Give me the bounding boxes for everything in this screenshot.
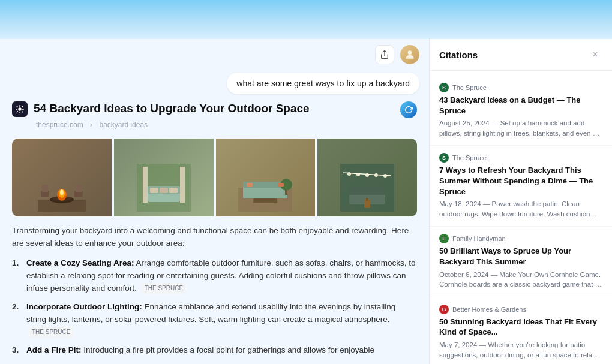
main-area: what are some great ways to fix up a bac… — [0, 39, 612, 364]
close-citations-button[interactable]: × — [588, 47, 602, 62]
svg-rect-19 — [160, 188, 168, 193]
svg-rect-39 — [366, 198, 368, 201]
citations-title: Citations — [439, 50, 478, 60]
list-item: 1. Create a Cozy Seating Area: Arrange c… — [12, 257, 417, 295]
ai-icon — [12, 101, 28, 117]
svg-rect-28 — [278, 183, 284, 187]
chat-header — [0, 39, 429, 70]
article-header: 54 Backyard Ideas to Upgrade Your Outdoo… — [34, 101, 417, 118]
citation-item-3[interactable]: F Family Handyman 50 Brilliant Ways to S… — [430, 227, 612, 297]
share-button[interactable] — [375, 45, 394, 64]
svg-rect-38 — [364, 200, 370, 208]
svg-point-35 — [383, 174, 387, 178]
citation-title-3: 50 Brilliant Ways to Spruce Up Your Back… — [439, 246, 602, 267]
citation-source-2: The Spruce — [452, 154, 487, 161]
citation-favicon-2: S — [439, 153, 449, 163]
backyard-image-2 — [114, 139, 214, 216]
article-title: 54 Backyard Ideas to Upgrade Your Outdoo… — [34, 101, 394, 116]
user-message: what are some great ways to fix up a bac… — [227, 73, 419, 94]
backyard-image-1 — [12, 139, 112, 216]
citation-excerpt-3: October 6, 2024 — Make Your Own Cornhole… — [439, 270, 602, 290]
svg-point-2 — [18, 107, 21, 110]
avatar[interactable] — [400, 45, 419, 64]
svg-rect-27 — [247, 183, 253, 187]
citation-title-4: 50 Stunning Backyard Ideas That Fit Ever… — [439, 317, 602, 338]
svg-point-8 — [60, 189, 64, 195]
svg-rect-10 — [42, 185, 48, 192]
svg-rect-15 — [180, 167, 185, 203]
left-panel: what are some great ways to fix up a bac… — [0, 39, 429, 364]
citation-excerpt-2: May 18, 2024 — Power wash the patio. Cle… — [439, 199, 602, 219]
list-item: 2. Incorporate Outdoor Lighting: Enhance… — [12, 301, 417, 339]
svg-rect-14 — [143, 167, 148, 203]
citation-title-2: 7 Ways to Refresh Your Backyard This Sum… — [439, 165, 602, 197]
svg-rect-18 — [150, 188, 158, 193]
citation-item-1[interactable]: S The Spruce 43 Backyard Ideas on a Budg… — [430, 76, 612, 146]
user-message-wrapper: what are some great ways to fix up a bac… — [0, 70, 429, 101]
svg-rect-20 — [169, 188, 178, 193]
source-tag-2: THE SPRUCE — [29, 327, 73, 338]
svg-point-31 — [347, 172, 351, 176]
citation-excerpt-1: August 25, 2024 — Set up a hammock and a… — [439, 118, 602, 138]
citation-item-2[interactable]: S The Spruce 7 Ways to Refresh Your Back… — [430, 146, 612, 227]
citations-panel: Citations × S The Spruce 43 Backyard Ide… — [429, 39, 612, 364]
svg-rect-22 — [243, 186, 287, 198]
top-bar — [0, 0, 612, 39]
svg-point-32 — [356, 173, 360, 176]
svg-rect-26 — [285, 190, 287, 195]
backyard-image-4 — [317, 139, 417, 216]
svg-rect-12 — [76, 185, 82, 192]
citation-source-4: Better Homes & Gardens — [452, 306, 526, 313]
svg-point-33 — [365, 173, 369, 177]
svg-rect-16 — [148, 192, 180, 202]
citation-favicon-1: S — [439, 83, 449, 92]
article-list: 1. Create a Cozy Seating Area: Arrange c… — [12, 257, 417, 357]
citation-title-1: 43 Backyard Ideas on a Budget — The Spru… — [439, 95, 602, 116]
citation-favicon-3: F — [439, 234, 449, 243]
citation-source-1: The Spruce — [452, 84, 487, 91]
article-intro: Transforming your backyard into a welcom… — [12, 225, 417, 250]
source-tag-1: THE SPRUCE — [142, 283, 186, 294]
citation-favicon-4: B — [439, 305, 449, 314]
citation-source-3: Family Handyman — [452, 235, 506, 242]
citation-item-4[interactable]: B Better Homes & Gardens 50 Stunning Bac… — [430, 297, 612, 364]
citations-list: S The Spruce 43 Backyard Ideas on a Budg… — [430, 71, 612, 364]
svg-point-1 — [408, 50, 412, 55]
list-item: 3. Add a Fire Pit: Introducing a fire pi… — [12, 344, 417, 357]
content-scroll: 54 Backyard Ideas to Upgrade Your Outdoo… — [0, 101, 429, 364]
svg-rect-24 — [253, 198, 277, 203]
svg-point-34 — [374, 173, 378, 177]
image-grid — [12, 139, 417, 216]
citation-excerpt-4: May 7, 2024 — Whether you're looking for… — [439, 340, 602, 360]
article-source[interactable]: thespruce.com › backyard ideas — [34, 121, 417, 129]
citations-header: Citations × — [430, 39, 612, 71]
backyard-image-3 — [216, 139, 316, 216]
svg-rect-37 — [349, 188, 385, 195]
regenerate-button[interactable] — [400, 101, 417, 118]
